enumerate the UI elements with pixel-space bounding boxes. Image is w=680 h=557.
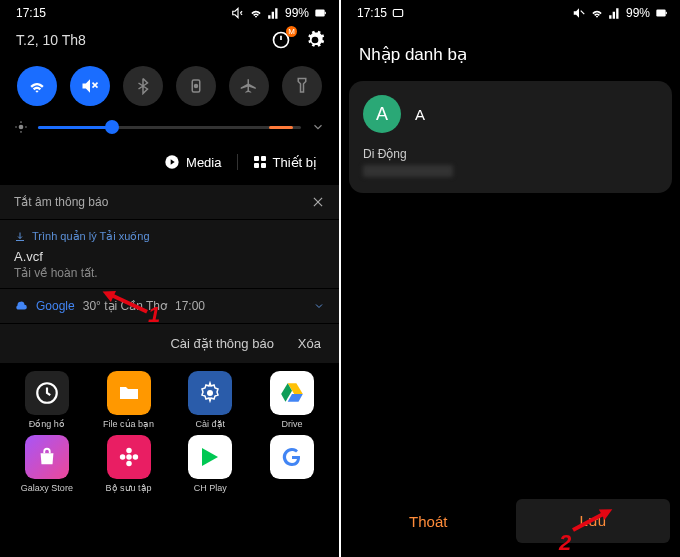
weather-notification[interactable]: Google 30° tại Cần Thơ 17:00 (0, 289, 339, 324)
flashlight-icon (293, 77, 311, 95)
svg-point-7 (19, 125, 24, 130)
quick-settings-row (0, 60, 339, 116)
date-text: T.2, 10 Th8 (16, 32, 86, 48)
app-clock[interactable]: Đồng hồ (17, 371, 77, 429)
app-label: File của bạn (103, 419, 154, 429)
folder-icon (117, 381, 141, 405)
wifi-icon (249, 6, 263, 20)
avatar-initial: A (376, 104, 388, 125)
callout-number-1: 1 (148, 302, 160, 328)
notif-settings-button[interactable]: Cài đặt thông báo (170, 336, 273, 351)
qs-bluetooth[interactable] (123, 66, 163, 106)
play-icon (198, 445, 222, 469)
notif-file-name: A.vcf (14, 249, 325, 264)
mute-icon (80, 76, 100, 96)
screenshot-icon (391, 6, 405, 20)
brightness-slider[interactable] (38, 126, 301, 129)
qs-flashlight[interactable] (282, 66, 322, 106)
svg-rect-0 (315, 10, 324, 17)
download-icon (14, 231, 26, 243)
svg-rect-25 (666, 12, 667, 14)
page-title: Nhập danh bạ (341, 24, 680, 81)
wifi-icon (590, 6, 604, 20)
app-play-store[interactable]: CH Play (180, 435, 240, 493)
notif-status: Tải về hoàn tất. (14, 266, 325, 280)
clock-icon (34, 380, 60, 406)
date-actions: M (271, 30, 325, 50)
chevron-down-icon[interactable] (311, 120, 325, 134)
qs-rotate[interactable] (176, 66, 216, 106)
bluetooth-icon (134, 77, 152, 95)
notif-actions: Cài đặt thông báo Xóa (0, 324, 339, 363)
app-galaxy-store[interactable]: Galaxy Store (17, 435, 77, 493)
app-label: CH Play (194, 483, 227, 493)
brightness-row (0, 116, 339, 144)
app-files[interactable]: File của bạn (99, 371, 159, 429)
svg-rect-22 (393, 10, 402, 17)
app-label: Drive (282, 419, 303, 429)
notif-mute-header: Tắt âm thông báo (0, 185, 339, 220)
flower-icon (118, 446, 140, 468)
svg-point-16 (207, 390, 213, 396)
chevron-down-icon[interactable] (313, 300, 325, 312)
svg-point-21 (132, 454, 138, 460)
mute-icon (572, 6, 586, 20)
wifi-icon (27, 76, 47, 96)
contact-card: A A Di Động (349, 81, 672, 193)
play-circle-icon (164, 154, 180, 170)
home-apps-row-1: Đồng hồ File của bạn Cài đặt Drive (0, 363, 339, 429)
download-notification[interactable]: Trình quản lý Tải xuống A.vcf Tải về hoà… (0, 220, 339, 289)
media-label: Media (186, 155, 221, 170)
notif-app-name: Trình quản lý Tải xuống (32, 230, 150, 243)
svg-point-6 (195, 85, 198, 88)
callout-number-2: 2 (559, 530, 571, 556)
svg-rect-24 (656, 10, 665, 17)
lock-rotation-icon (187, 77, 205, 95)
status-icons-right: 99% (572, 6, 668, 20)
avatar: A (363, 95, 401, 133)
airplane-icon (240, 77, 258, 95)
phone-left: 17:15 99% T.2, 10 Th8 M (0, 0, 339, 557)
weather-source: Google (36, 299, 75, 313)
app-label: Galaxy Store (21, 483, 73, 493)
cloud-icon (14, 299, 28, 313)
bottom-bar: Thoát Lưu (341, 499, 680, 557)
notif-clear-button[interactable]: Xóa (298, 336, 321, 351)
status-time: 17:15 (357, 6, 387, 20)
app-label: Cài đặt (196, 419, 226, 429)
qs-airplane[interactable] (229, 66, 269, 106)
cancel-label: Thoát (409, 513, 447, 530)
divider (237, 154, 238, 170)
media-button[interactable]: Media (156, 150, 229, 174)
app-gallery[interactable]: Bộ sưu tập (99, 435, 159, 493)
contact-field-label: Di Động (363, 147, 658, 161)
battery-text: 99% (285, 6, 309, 20)
power-mode-button[interactable]: M (271, 30, 291, 50)
status-icons-right: 99% (231, 6, 327, 20)
media-device-row: Media Thiết bị (0, 144, 339, 184)
grid-icon (254, 156, 266, 168)
app-settings[interactable]: Cài đặt (180, 371, 240, 429)
app-google[interactable] (262, 435, 322, 493)
drive-icon (279, 380, 305, 406)
svg-rect-1 (325, 12, 326, 14)
battery-icon (313, 6, 327, 20)
cancel-button[interactable]: Thoát (351, 499, 506, 543)
svg-point-18 (126, 448, 132, 454)
weather-time: 17:00 (175, 299, 205, 313)
qs-wifi[interactable] (17, 66, 57, 106)
app-drive[interactable]: Drive (262, 371, 322, 429)
gear-icon[interactable] (305, 30, 325, 50)
contact-name: A (415, 106, 425, 123)
svg-point-20 (119, 454, 125, 460)
close-icon[interactable] (311, 195, 325, 209)
svg-line-23 (581, 11, 585, 15)
status-time: 17:15 (16, 6, 46, 20)
devices-button[interactable]: Thiết bị (246, 151, 325, 174)
battery-text: 99% (626, 6, 650, 20)
qs-sound[interactable] (70, 66, 110, 106)
bag-icon (36, 446, 58, 468)
battery-icon (654, 6, 668, 20)
contact-field-value-blurred (363, 165, 453, 177)
signal-icon (267, 6, 281, 20)
